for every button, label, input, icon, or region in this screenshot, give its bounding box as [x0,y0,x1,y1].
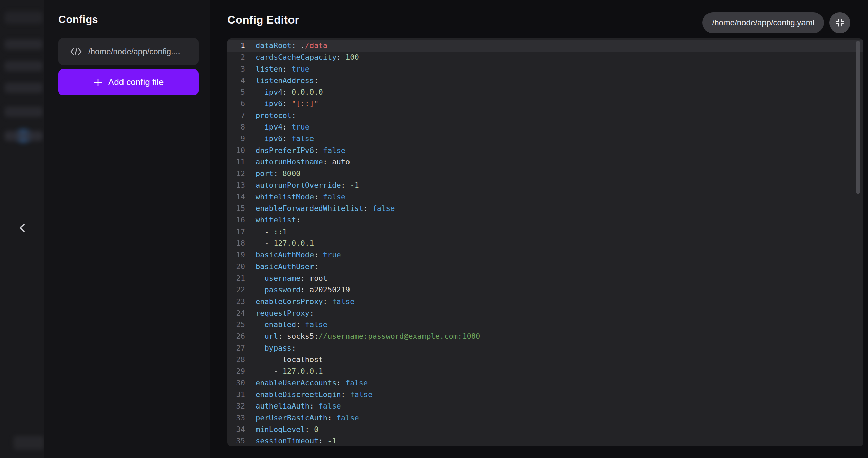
code-token: - [256,226,273,238]
code-token: perUserBasicAuth [256,412,327,424]
code-token: enableDiscreetLogin [256,389,341,400]
code-token: cardsCacheCapacity [256,52,336,63]
code-token: ipv6 [265,98,283,109]
sidebar-item-blurred [5,39,43,49]
code-line: 1dataRoot: ./data [227,40,863,52]
plus-icon [93,78,103,87]
code-token: requestProxy [256,307,309,319]
line-number: 14 [227,191,245,203]
line-number: 22 [227,284,245,296]
code-line: 20basicAuthUser: [227,261,863,273]
code-token: : [318,435,327,446]
code-token: false [350,389,372,400]
code-token: 127.0.0.1 [273,238,314,249]
code-token: //username:password@example.com:1080 [318,331,480,342]
code-token: true [323,249,341,261]
code-token: password [265,284,301,296]
sidebar-logo-blurred [5,12,43,24]
line-number: 18 [227,238,245,249]
code-token [256,284,265,296]
code-token [256,133,265,144]
code-line: 23enableCorsProxy: false [227,296,863,307]
code-token: : [300,273,309,284]
code-token: port [256,168,273,179]
code-line: 27 bypass: [227,342,863,354]
code-token: ipv4 [265,121,283,133]
code-token: true [291,121,309,133]
line-number: 20 [227,261,245,273]
code-token: listenAddress [256,75,314,86]
line-number: 11 [227,156,245,168]
code-token: listen [256,63,282,75]
code-line: 8 ipv4: true [227,121,863,133]
sidebar-footer-blurred [14,436,44,450]
code-line: 19basicAuthMode: true [227,249,863,261]
code-token: /data [305,40,327,52]
code-token: false [345,377,368,389]
code-token: : [314,249,323,261]
code-token: - localhost [256,354,323,365]
code-token: username [265,273,301,284]
code-token: : [341,389,350,400]
code-token: : [323,156,332,168]
code-token: -1 [350,180,359,191]
line-number: 16 [227,214,245,226]
code-content: 1dataRoot: ./data2cardsCacheCapacity: 10… [227,38,863,446]
code-line: 14whitelistMode: false [227,191,863,203]
config-file-item[interactable]: /home/node/app/config.... [58,38,199,65]
code-token [256,121,265,133]
sidebar-item-blurred [5,61,43,71]
collapse-sidebar-button[interactable] [15,220,30,235]
code-token [256,98,265,109]
code-line: 16whitelist: [227,214,863,226]
line-number: 8 [227,121,245,133]
code-token [256,319,265,331]
code-line: 30enableUserAccounts: false [227,377,863,389]
page-title: Config Editor [227,14,299,26]
code-token: : [314,145,323,156]
code-token: : [300,284,309,296]
code-line: 15enableForwardedWhitelist: false [227,203,863,214]
exit-fullscreen-button[interactable] [829,12,850,33]
code-token: false [332,296,354,307]
code-token: autheliaAuth [256,400,309,412]
line-number: 25 [227,319,245,331]
code-token: dataRoot [256,40,291,52]
code-token: root [309,273,327,284]
line-number: 24 [227,307,245,319]
editor-header: Config Editor /home/node/app/config.yaml [210,0,868,38]
sidebar-item-blurred [5,83,43,93]
code-line: 3listen: true [227,63,863,75]
line-number: 4 [227,75,245,86]
code-editor[interactable]: 1dataRoot: ./data2cardsCacheCapacity: 10… [227,38,863,446]
code-token [256,86,265,98]
code-token: enableCorsProxy [256,296,323,307]
code-token: - [256,365,282,377]
code-token: : [282,133,291,144]
editor-scrollbar-thumb[interactable] [856,41,860,194]
add-config-file-button[interactable]: Add config file [58,69,199,95]
code-token: - [256,238,273,249]
code-token: ipv6 [265,133,283,144]
code-line: 4listenAddress: [227,75,863,86]
main-area: Config Editor /home/node/app/config.yaml… [210,0,868,458]
code-token: enableUserAccounts [256,377,336,389]
code-token: true [291,63,309,75]
configs-panel: Configs /home/node/app/config.... Add co… [44,0,210,458]
app-root: Configs /home/node/app/config.... Add co… [0,0,868,458]
code-line: 33perUserBasicAuth: false [227,412,863,424]
code-token: ipv4 [265,86,283,98]
sidebar-item-blurred [5,107,43,117]
code-line: 17 - ::1 [227,226,863,238]
code-token: false [323,191,345,203]
line-number: 1 [227,40,245,52]
code-token: false [323,145,345,156]
code-token: : [336,52,345,63]
config-file-item-label: /home/node/app/config.... [88,47,180,56]
code-line: 28 - localhost [227,354,863,365]
code-token: : [309,307,314,319]
code-token: : [296,214,300,226]
line-number: 13 [227,180,245,191]
code-token: : [341,180,350,191]
code-icon [70,47,82,56]
